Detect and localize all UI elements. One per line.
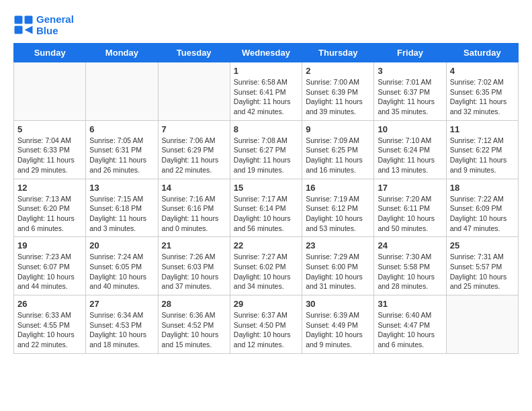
day-info: Sunrise: 7:20 AM Sunset: 6:11 PM Dayligh… <box>378 194 442 234</box>
day-info: Sunrise: 7:29 AM Sunset: 6:00 PM Dayligh… <box>306 252 370 291</box>
calendar-cell: 15Sunrise: 7:17 AM Sunset: 6:14 PM Dayli… <box>230 179 302 237</box>
calendar-cell: 16Sunrise: 7:19 AM Sunset: 6:12 PM Dayli… <box>302 179 374 237</box>
day-number: 16 <box>306 183 370 193</box>
day-number: 26 <box>17 299 82 309</box>
calendar-cell: 24Sunrise: 7:30 AM Sunset: 5:58 PM Dayli… <box>374 237 446 295</box>
day-number: 31 <box>378 299 442 309</box>
week-row-1: 5Sunrise: 7:04 AM Sunset: 6:33 PM Daylig… <box>14 120 519 179</box>
day-info: Sunrise: 7:05 AM Sunset: 6:31 PM Dayligh… <box>89 136 154 175</box>
svg-marker-3 <box>25 26 33 34</box>
calendar-cell: 3Sunrise: 7:01 AM Sunset: 6:37 PM Daylig… <box>374 62 446 121</box>
calendar-cell: 13Sunrise: 7:15 AM Sunset: 6:18 PM Dayli… <box>86 179 158 237</box>
calendar-cell <box>14 62 86 121</box>
day-number: 5 <box>17 124 82 134</box>
calendar-cell: 7Sunrise: 7:06 AM Sunset: 6:29 PM Daylig… <box>158 120 230 179</box>
day-number: 9 <box>306 124 370 134</box>
day-header-friday: Friday <box>374 44 446 62</box>
calendar-cell <box>86 62 158 121</box>
day-number: 24 <box>378 240 442 250</box>
calendar-cell: 6Sunrise: 7:05 AM Sunset: 6:31 PM Daylig… <box>86 120 158 179</box>
calendar-cell: 31Sunrise: 6:40 AM Sunset: 4:47 PM Dayli… <box>374 295 446 354</box>
calendar-cell: 12Sunrise: 7:13 AM Sunset: 6:20 PM Dayli… <box>14 179 86 237</box>
day-number: 3 <box>378 66 442 76</box>
day-info: Sunrise: 7:16 AM Sunset: 6:16 PM Dayligh… <box>162 194 226 234</box>
day-info: Sunrise: 7:24 AM Sunset: 6:05 PM Dayligh… <box>89 252 154 291</box>
day-info: Sunrise: 7:15 AM Sunset: 6:18 PM Dayligh… <box>89 194 154 234</box>
day-header-saturday: Saturday <box>446 44 518 62</box>
day-number: 13 <box>89 183 154 193</box>
day-info: Sunrise: 6:34 AM Sunset: 4:53 PM Dayligh… <box>89 310 154 350</box>
day-number: 15 <box>234 183 298 193</box>
page-header: GeneralBlue <box>13 13 519 36</box>
day-header-wednesday: Wednesday <box>230 44 302 62</box>
calendar-cell <box>446 295 518 354</box>
day-number: 4 <box>450 66 515 76</box>
calendar-cell: 10Sunrise: 7:10 AM Sunset: 6:24 PM Dayli… <box>374 120 446 179</box>
day-info: Sunrise: 7:09 AM Sunset: 6:25 PM Dayligh… <box>306 136 370 175</box>
day-info: Sunrise: 7:17 AM Sunset: 6:14 PM Dayligh… <box>234 194 298 234</box>
calendar-cell: 18Sunrise: 7:22 AM Sunset: 6:09 PM Dayli… <box>446 179 518 237</box>
day-number: 12 <box>17 183 82 193</box>
svg-rect-2 <box>15 26 23 34</box>
day-number: 29 <box>234 299 298 309</box>
calendar-cell: 25Sunrise: 7:31 AM Sunset: 5:57 PM Dayli… <box>446 237 518 295</box>
day-number: 6 <box>89 124 154 134</box>
day-headers-row: SundayMondayTuesdayWednesdayThursdayFrid… <box>14 44 519 62</box>
day-number: 17 <box>378 183 442 193</box>
day-number: 25 <box>450 240 515 250</box>
day-number: 21 <box>162 240 226 250</box>
calendar-cell: 17Sunrise: 7:20 AM Sunset: 6:11 PM Dayli… <box>374 179 446 237</box>
week-row-4: 26Sunrise: 6:33 AM Sunset: 4:55 PM Dayli… <box>14 295 519 354</box>
day-number: 8 <box>234 124 298 134</box>
logo: GeneralBlue <box>13 13 74 36</box>
calendar-cell: 30Sunrise: 6:39 AM Sunset: 4:49 PM Dayli… <box>302 295 374 354</box>
day-info: Sunrise: 7:23 AM Sunset: 6:07 PM Dayligh… <box>17 252 82 291</box>
logo-icon <box>13 15 34 35</box>
day-header-monday: Monday <box>86 44 158 62</box>
day-number: 18 <box>450 183 515 193</box>
calendar-cell: 20Sunrise: 7:24 AM Sunset: 6:05 PM Dayli… <box>86 237 158 295</box>
day-info: Sunrise: 7:00 AM Sunset: 6:39 PM Dayligh… <box>306 77 370 117</box>
week-row-0: 1Sunrise: 6:58 AM Sunset: 6:41 PM Daylig… <box>14 62 519 121</box>
day-number: 28 <box>162 299 226 309</box>
calendar-cell: 19Sunrise: 7:23 AM Sunset: 6:07 PM Dayli… <box>14 237 86 295</box>
day-info: Sunrise: 7:13 AM Sunset: 6:20 PM Dayligh… <box>17 194 82 234</box>
calendar-cell: 11Sunrise: 7:12 AM Sunset: 6:22 PM Dayli… <box>446 120 518 179</box>
calendar-cell: 28Sunrise: 6:36 AM Sunset: 4:52 PM Dayli… <box>158 295 230 354</box>
day-info: Sunrise: 7:12 AM Sunset: 6:22 PM Dayligh… <box>450 136 515 175</box>
day-info: Sunrise: 6:40 AM Sunset: 4:47 PM Dayligh… <box>378 310 442 350</box>
svg-rect-1 <box>25 16 33 24</box>
day-number: 14 <box>162 183 226 193</box>
calendar-table: SundayMondayTuesdayWednesdayThursdayFrid… <box>13 43 519 354</box>
day-number: 22 <box>234 240 298 250</box>
day-number: 7 <box>162 124 226 134</box>
day-number: 1 <box>234 66 298 76</box>
day-info: Sunrise: 7:04 AM Sunset: 6:33 PM Dayligh… <box>17 136 82 175</box>
calendar-cell: 21Sunrise: 7:26 AM Sunset: 6:03 PM Dayli… <box>158 237 230 295</box>
calendar-cell: 2Sunrise: 7:00 AM Sunset: 6:39 PM Daylig… <box>302 62 374 121</box>
calendar-cell: 9Sunrise: 7:09 AM Sunset: 6:25 PM Daylig… <box>302 120 374 179</box>
calendar-cell: 23Sunrise: 7:29 AM Sunset: 6:00 PM Dayli… <box>302 237 374 295</box>
day-header-thursday: Thursday <box>302 44 374 62</box>
calendar-cell: 4Sunrise: 7:02 AM Sunset: 6:35 PM Daylig… <box>446 62 518 121</box>
day-info: Sunrise: 6:33 AM Sunset: 4:55 PM Dayligh… <box>17 310 82 350</box>
day-info: Sunrise: 7:10 AM Sunset: 6:24 PM Dayligh… <box>378 136 442 175</box>
day-header-tuesday: Tuesday <box>158 44 230 62</box>
calendar-cell <box>158 62 230 121</box>
day-number: 20 <box>89 240 154 250</box>
week-row-2: 12Sunrise: 7:13 AM Sunset: 6:20 PM Dayli… <box>14 179 519 237</box>
day-info: Sunrise: 6:37 AM Sunset: 4:50 PM Dayligh… <box>234 310 298 350</box>
day-info: Sunrise: 7:27 AM Sunset: 6:02 PM Dayligh… <box>234 252 298 291</box>
calendar-cell: 14Sunrise: 7:16 AM Sunset: 6:16 PM Dayli… <box>158 179 230 237</box>
calendar-cell: 22Sunrise: 7:27 AM Sunset: 6:02 PM Dayli… <box>230 237 302 295</box>
day-info: Sunrise: 7:22 AM Sunset: 6:09 PM Dayligh… <box>450 194 515 234</box>
day-number: 19 <box>17 240 82 250</box>
day-info: Sunrise: 7:26 AM Sunset: 6:03 PM Dayligh… <box>162 252 226 291</box>
day-info: Sunrise: 6:36 AM Sunset: 4:52 PM Dayligh… <box>162 310 226 350</box>
day-number: 27 <box>89 299 154 309</box>
day-info: Sunrise: 6:58 AM Sunset: 6:41 PM Dayligh… <box>234 77 298 117</box>
day-info: Sunrise: 7:08 AM Sunset: 6:27 PM Dayligh… <box>234 136 298 175</box>
day-info: Sunrise: 7:30 AM Sunset: 5:58 PM Dayligh… <box>378 252 442 291</box>
day-number: 10 <box>378 124 442 134</box>
day-info: Sunrise: 7:06 AM Sunset: 6:29 PM Dayligh… <box>162 136 226 175</box>
